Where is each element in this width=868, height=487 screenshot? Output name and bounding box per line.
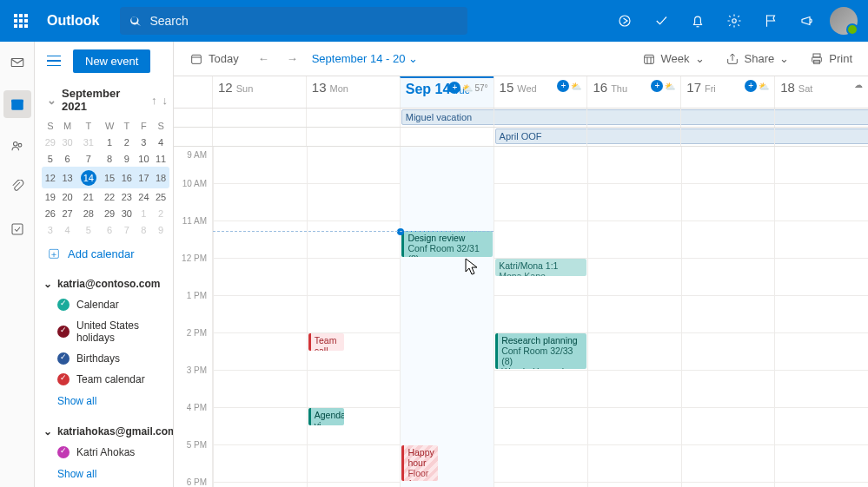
time-grid[interactable]: 9 AM10 AM11 AM12 PM1 PM2 PM3 PM4 PM5 PM6… [174, 147, 868, 487]
minical-day[interactable]: 6 [59, 150, 76, 167]
minical-day[interactable]: 26 [42, 205, 59, 221]
prev-week-icon[interactable]: ← [255, 49, 273, 69]
minical-day[interactable]: 1 [136, 205, 153, 221]
minical-day[interactable]: 19 [42, 188, 59, 205]
day-column[interactable] [681, 147, 775, 487]
minical-day[interactable]: 7 [118, 221, 136, 238]
minical-day[interactable]: 4 [152, 134, 169, 150]
account-avatar[interactable] [826, 0, 861, 42]
minical-day[interactable]: 12 [42, 167, 59, 188]
day-column[interactable] [774, 147, 868, 487]
day-column[interactable] [587, 147, 681, 487]
minical-day[interactable]: 4 [59, 221, 76, 238]
account-header[interactable]: ⌄katria@contoso.com [43, 273, 168, 294]
search-box[interactable] [120, 7, 467, 35]
minical-day[interactable]: 7 [76, 150, 101, 167]
waffle-icon[interactable] [0, 0, 42, 42]
day-header[interactable]: 12Sun [212, 76, 306, 108]
calendar-rail-icon[interactable] [3, 90, 31, 118]
share-button[interactable]: Share⌄ [720, 49, 795, 69]
minical-day[interactable]: 13 [59, 167, 76, 188]
day-header[interactable]: +⛅17Fri [680, 76, 774, 108]
hamburger-icon[interactable] [42, 49, 66, 73]
day-header[interactable]: +⛅16Thu [586, 76, 680, 108]
minical-day[interactable]: 24 [136, 188, 153, 205]
bell-icon[interactable] [680, 0, 715, 42]
day-column[interactable] [213, 147, 307, 487]
minical-day[interactable]: 28 [76, 205, 101, 221]
minical-day[interactable]: 20 [59, 188, 76, 205]
minical-day[interactable]: 10 [136, 150, 153, 167]
minical-day[interactable]: 18 [152, 167, 169, 188]
mail-rail-icon[interactable] [3, 49, 31, 76]
minical-day[interactable]: 3 [42, 221, 59, 238]
todo-rail-icon[interactable] [3, 215, 31, 243]
todo-icon[interactable] [644, 0, 679, 42]
date-range-picker[interactable]: September 14 - 20 ⌄ [312, 52, 419, 65]
calendar-event[interactable]: Katri/Mona 1:1 Mona Kane [495, 259, 586, 276]
minical-day[interactable]: 5 [76, 221, 101, 238]
minical-day[interactable]: 8 [101, 150, 118, 167]
minical-day[interactable]: 8 [136, 221, 153, 238]
minical-day[interactable]: 22 [101, 188, 118, 205]
show-all-link[interactable]: Show all [43, 390, 168, 412]
calendar-item[interactable]: Team calendar [43, 369, 168, 390]
calendar-event[interactable]: Team call [308, 333, 345, 351]
day-column[interactable]: Design reviewConf Room 32/31 (8)Miguel G… [400, 147, 494, 487]
minical-day[interactable]: 6 [101, 221, 118, 238]
minical-day[interactable]: 27 [59, 205, 76, 221]
people-rail-icon[interactable] [3, 132, 31, 160]
calendar-item[interactable]: Katri Ahokas [43, 442, 168, 463]
mini-calendar[interactable]: SMTWTFS 29303112345678910111213141516171… [42, 118, 169, 238]
search-input[interactable] [149, 14, 459, 28]
minical-day[interactable]: 29 [42, 134, 59, 150]
files-rail-icon[interactable] [3, 174, 31, 201]
minical-day[interactable]: 30 [118, 205, 136, 221]
flag-icon[interactable] [753, 0, 788, 42]
next-week-icon[interactable]: → [283, 49, 301, 69]
minical-day[interactable]: 11 [152, 150, 169, 167]
day-column[interactable]: Katri/Mona 1:1 Mona KaneResearch plannin… [494, 147, 587, 487]
megaphone-icon[interactable] [790, 0, 825, 42]
minical-day[interactable]: 2 [152, 205, 169, 221]
minical-day[interactable]: 9 [118, 150, 136, 167]
print-button[interactable]: Print [805, 49, 858, 69]
calendar-item[interactable]: Calendar [43, 294, 168, 315]
minical-day[interactable]: 30 [59, 134, 76, 150]
minical-day[interactable]: 1 [101, 134, 118, 150]
calendar-event[interactable]: Happy hourFloor 1 loungeCecil Folk [401, 445, 438, 481]
calendar-item[interactable]: United States holidays [43, 315, 168, 348]
settings-icon[interactable] [717, 0, 752, 42]
prev-month-icon[interactable]: ↑ [151, 94, 157, 107]
calendar-event[interactable]: Research planningConf Room 32/33 (8)Wand… [495, 333, 586, 369]
minical-day[interactable]: 21 [76, 188, 101, 205]
calendar-item[interactable]: Birthdays [43, 348, 168, 369]
today-button[interactable]: Today [184, 49, 244, 69]
day-header[interactable]: +⛅15Wed [494, 76, 587, 108]
minical-day[interactable]: 25 [152, 188, 169, 205]
minical-day[interactable]: 17 [136, 167, 153, 188]
day-header[interactable]: ☁18Sat [774, 76, 868, 108]
minical-day[interactable]: 29 [101, 205, 118, 221]
view-switcher[interactable]: Week⌄ [637, 49, 710, 69]
day-column[interactable]: Team callAgenda vi [307, 147, 401, 487]
meet-now-icon[interactable] [607, 0, 642, 42]
calendar-event[interactable]: Design reviewConf Room 32/31 (8)Miguel G… [401, 231, 493, 257]
calendar-event[interactable]: Agenda vi [308, 408, 345, 425]
minical-day[interactable]: 5 [42, 150, 59, 167]
minical-day[interactable]: 31 [76, 134, 101, 150]
chevron-down-icon[interactable]: ⌄ [47, 94, 56, 107]
show-all-link[interactable]: Show all [43, 463, 168, 485]
minical-day[interactable]: 23 [118, 188, 136, 205]
day-header[interactable]: +⛅57°Sep 14Tue [400, 76, 494, 108]
minical-day[interactable]: 2 [118, 134, 136, 150]
minical-day[interactable]: 15 [101, 167, 118, 188]
minical-day[interactable]: 3 [136, 134, 153, 150]
new-event-button[interactable]: New event [73, 49, 150, 73]
next-month-icon[interactable]: ↓ [162, 94, 169, 107]
minical-day[interactable]: 14 [76, 167, 101, 188]
minical-day[interactable]: 16 [118, 167, 136, 188]
day-header[interactable]: 13Mon [306, 76, 400, 108]
minical-day[interactable]: 9 [152, 221, 169, 238]
account-header[interactable]: ⌄katriahokas@gmail.com [43, 421, 168, 442]
